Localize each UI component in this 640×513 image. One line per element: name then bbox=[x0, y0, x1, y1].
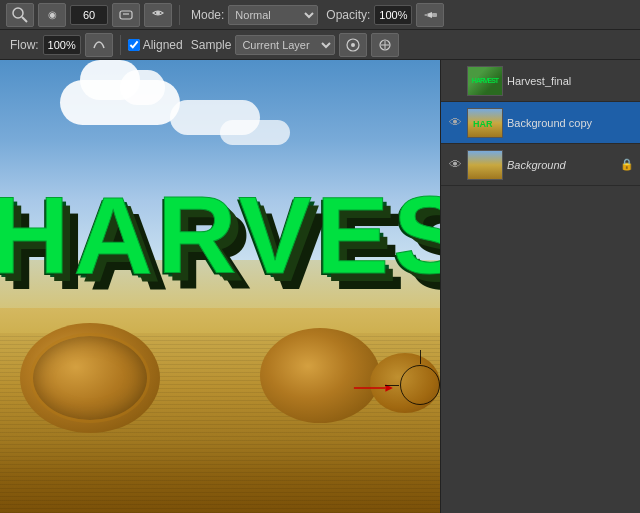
hay-bale-left bbox=[20, 323, 160, 433]
aligned-checkbox[interactable] bbox=[128, 39, 140, 51]
toolbar-top: ◉ 60 Mode: Normal Multiply Screen Overla… bbox=[0, 0, 640, 30]
layer-item-background[interactable]: 👁 Background 🔒 bbox=[441, 144, 640, 186]
toolbar-second: Flow: 100% Aligned Sample Current Layer … bbox=[0, 30, 640, 60]
layer-name-harvest: Harvest_final bbox=[507, 75, 634, 87]
brush-size-input[interactable]: 60 bbox=[70, 5, 108, 25]
mode-label: Mode: bbox=[191, 8, 224, 22]
opacity-input[interactable]: 100% bbox=[374, 5, 412, 25]
aligned-label-text: Aligned bbox=[143, 38, 183, 52]
layer-lock-icon: 🔒 bbox=[620, 158, 634, 171]
svg-point-6 bbox=[426, 14, 428, 16]
layer-name-background: Background bbox=[507, 159, 616, 171]
flow-input[interactable]: 100% bbox=[43, 35, 81, 55]
layer-item-background-copy[interactable]: 👁 HAR Background copy bbox=[441, 102, 640, 144]
stamp-tool-icon[interactable] bbox=[6, 3, 34, 27]
layer-thumb-background bbox=[467, 150, 503, 180]
svg-point-0 bbox=[13, 8, 23, 18]
aligned-checkbox-label[interactable]: Aligned bbox=[128, 38, 183, 52]
svg-marker-13 bbox=[385, 384, 393, 392]
flow-label: Flow: bbox=[10, 38, 39, 52]
svg-text:HAR: HAR bbox=[473, 119, 493, 129]
layer-eye-background[interactable]: 👁 bbox=[447, 157, 463, 173]
brush-type-icon[interactable] bbox=[112, 3, 140, 27]
brush-size-icon[interactable]: ◉ bbox=[38, 3, 66, 27]
flow-icon[interactable] bbox=[85, 33, 113, 57]
sample-label: Sample bbox=[191, 38, 232, 52]
svg-rect-16 bbox=[468, 151, 502, 179]
brush-settings-icon[interactable] bbox=[144, 3, 172, 27]
layer-thumb-background-copy: HAR bbox=[467, 108, 503, 138]
airbrush-icon[interactable] bbox=[416, 3, 444, 27]
sample-icon[interactable] bbox=[339, 33, 367, 57]
red-arrow bbox=[348, 382, 398, 394]
svg-point-4 bbox=[156, 11, 160, 15]
hay-bale-right bbox=[260, 328, 380, 423]
separator-1 bbox=[179, 5, 180, 25]
layer-item-harvest-final[interactable]: HARVEST Harvest_final bbox=[441, 60, 640, 102]
harvest-text: HARVEST bbox=[0, 180, 440, 290]
harvest-scene: HARVEST bbox=[0, 60, 440, 513]
cloud-3 bbox=[220, 120, 290, 145]
layer-eye-background-copy[interactable]: 👁 bbox=[447, 115, 463, 131]
svg-rect-2 bbox=[120, 11, 132, 19]
extra-icon[interactable] bbox=[371, 33, 399, 57]
layers-panel: HARVEST Harvest_final 👁 HAR bbox=[440, 60, 640, 513]
svg-line-1 bbox=[22, 17, 27, 22]
separator-2 bbox=[120, 35, 121, 55]
mode-select[interactable]: Normal Multiply Screen Overlay bbox=[228, 5, 318, 25]
canvas-area[interactable]: HARVEST bbox=[0, 60, 440, 513]
layer-name-background-copy: Background copy bbox=[507, 117, 634, 129]
svg-rect-5 bbox=[432, 13, 437, 17]
main-area: HARVEST HARVEST Harvest_final bbox=[0, 60, 640, 513]
opacity-label: Opacity: bbox=[326, 8, 370, 22]
sample-select[interactable]: Current Layer All Layers Current & Below bbox=[235, 35, 335, 55]
svg-point-8 bbox=[351, 43, 355, 47]
cloud-1 bbox=[60, 80, 180, 125]
layer-thumb-harvest: HARVEST bbox=[467, 66, 503, 96]
